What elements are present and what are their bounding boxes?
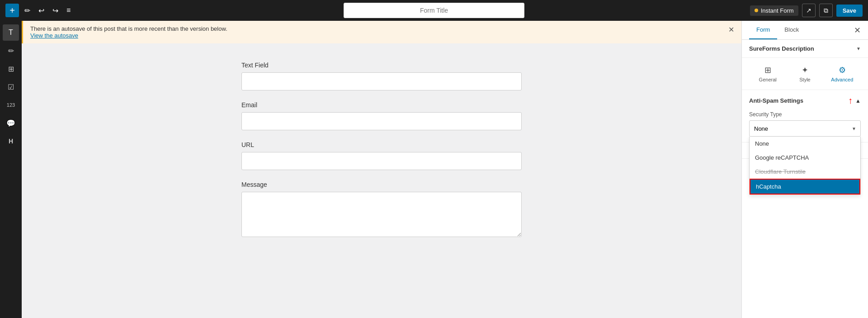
main-layout: T ✏ ⊞ ☑ 123 💬 H There is an autosave of … xyxy=(0,21,868,318)
dropdown-item-none[interactable]: None xyxy=(750,137,860,151)
view-autosave-link[interactable]: View the autosave xyxy=(30,32,78,39)
menu-button[interactable]: ≡ xyxy=(64,4,73,17)
sidebar-btn-block[interactable]: ⊞ xyxy=(3,61,19,77)
content-area: There is an autosave of this post that i… xyxy=(22,21,741,318)
sidebar-btn-heading[interactable]: H xyxy=(3,133,19,149)
form-title-input[interactable] xyxy=(344,3,524,18)
sidebar-btn-edit[interactable]: ✏ xyxy=(3,43,19,59)
dropdown-item-recaptcha[interactable]: Google reCAPTCHA xyxy=(750,151,860,165)
email-field-label: Email xyxy=(241,101,522,109)
sureforms-description-section: SureForms Description ▼ xyxy=(742,40,868,58)
edit-icon-button[interactable]: ✏ xyxy=(22,4,33,18)
sub-tab-advanced[interactable]: ⚙ Advanced xyxy=(824,62,861,86)
security-type-label: Security Type xyxy=(749,111,861,118)
dropdown-item-hcaptcha[interactable]: hCaptcha xyxy=(750,179,860,195)
sidebar-btn-check[interactable]: ☑ xyxy=(3,79,19,95)
instant-form-badge: Instant Form xyxy=(750,5,798,16)
toolbar-right: Instant Form ↗ ⧉ Save xyxy=(750,4,863,17)
message-field-textarea[interactable] xyxy=(241,192,522,237)
sureforms-chevron-icon: ▼ xyxy=(856,46,861,51)
sidebar-btn-number[interactable]: 123 xyxy=(3,97,19,113)
email-field-group: Email xyxy=(241,101,522,130)
email-field-input[interactable] xyxy=(241,112,522,130)
sub-tab-advanced-label: Advanced xyxy=(831,77,853,82)
toolbar-center xyxy=(344,3,524,18)
add-block-button[interactable]: + xyxy=(5,4,19,17)
up-arrow-icon: ↑ xyxy=(848,95,853,106)
text-field-input[interactable] xyxy=(241,72,522,90)
url-field-input[interactable] xyxy=(241,152,522,170)
anti-spam-chevron-icon: ▲ xyxy=(855,98,861,104)
security-type-dropdown: None Google reCAPTCHA Cloudflare Turnsti… xyxy=(749,137,861,195)
url-field-label: URL xyxy=(241,141,522,148)
right-panel: Form Block ✕ SureForms Description ▼ ⊞ G… xyxy=(741,21,868,318)
tab-form[interactable]: Form xyxy=(749,21,777,39)
panel-content: SureForms Description ▼ ⊞ General ✦ Styl… xyxy=(742,40,868,318)
url-field-group: URL xyxy=(241,141,522,170)
text-field-label: Text Field xyxy=(241,62,522,69)
notification-message: There is an autosave of this post that i… xyxy=(30,25,227,32)
toolbar: + ✏ ↩ ↪ ≡ Instant Form ↗ ⧉ Save xyxy=(0,0,868,21)
panel-close-button[interactable]: ✕ xyxy=(854,25,861,35)
message-field-label: Message xyxy=(241,181,522,188)
toolbar-left: + ✏ ↩ ↪ ≡ xyxy=(5,4,73,18)
anti-spam-title: Anti-Spam Settings xyxy=(749,97,803,104)
general-icon: ⊞ xyxy=(764,65,771,75)
sureforms-description-header[interactable]: SureForms Description ▼ xyxy=(742,40,868,57)
tab-block[interactable]: Block xyxy=(777,21,806,39)
sub-tab-general[interactable]: ⊞ General xyxy=(749,62,786,86)
advanced-icon: ⚙ xyxy=(839,65,846,75)
sidebar-btn-comment[interactable]: 💬 xyxy=(3,115,19,131)
sureforms-description-label: SureForms Description xyxy=(749,45,814,52)
style-icon: ✦ xyxy=(802,65,808,75)
notification-content: There is an autosave of this post that i… xyxy=(30,25,227,39)
redo-button[interactable]: ↪ xyxy=(50,4,61,18)
security-type-wrapper: None Google reCAPTCHA Cloudflare Turnsti… xyxy=(749,120,861,137)
split-view-button[interactable]: ⧉ xyxy=(819,4,833,17)
text-field-group: Text Field xyxy=(241,62,522,90)
left-sidebar: T ✏ ⊞ ☑ 123 💬 H xyxy=(0,21,22,318)
notification-bar: There is an autosave of this post that i… xyxy=(22,21,741,43)
undo-button[interactable]: ↩ xyxy=(36,4,47,18)
security-type-select[interactable]: None Google reCAPTCHA Cloudflare Turnsti… xyxy=(749,120,861,137)
anti-spam-section: Anti-Spam Settings ↑ ▲ Security Type Non… xyxy=(742,90,868,142)
instant-form-label: Instant Form xyxy=(761,7,794,14)
save-button[interactable]: Save xyxy=(836,5,863,17)
panel-tabs: Form Block ✕ xyxy=(742,21,868,40)
form-canvas: Text Field Email URL Message xyxy=(22,43,741,318)
form-inner: Text Field Email URL Message xyxy=(241,62,522,300)
external-link-button[interactable]: ↗ xyxy=(802,4,816,17)
sub-tab-general-label: General xyxy=(759,77,777,82)
message-field-group: Message xyxy=(241,181,522,238)
sub-tabs: ⊞ General ✦ Style ⚙ Advanced xyxy=(742,58,868,90)
instant-form-dot xyxy=(755,9,758,12)
sub-tab-style[interactable]: ✦ Style xyxy=(786,62,823,86)
sub-tab-style-label: Style xyxy=(799,77,810,82)
notification-close-button[interactable]: ✕ xyxy=(728,25,734,34)
sidebar-btn-text[interactable]: T xyxy=(3,24,19,41)
dropdown-item-turnstile[interactable]: Cloudflare Turnstile xyxy=(750,165,860,179)
